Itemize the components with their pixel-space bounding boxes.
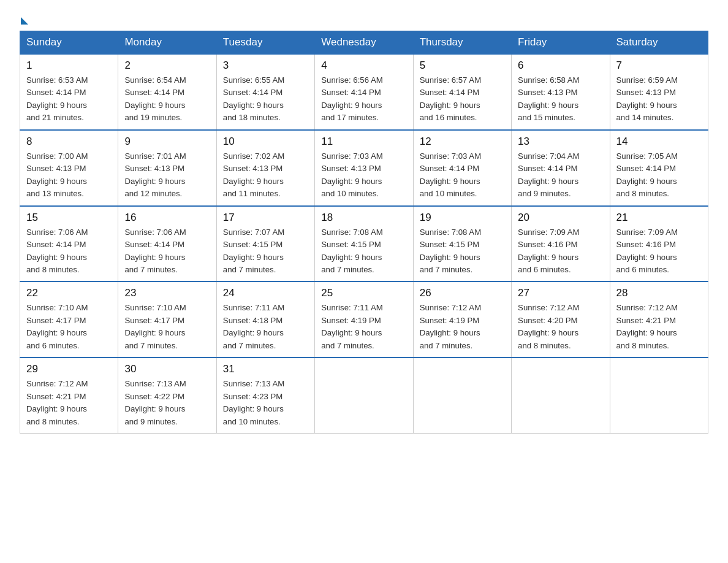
calendar-cell: 25Sunrise: 7:11 AMSunset: 4:19 PMDayligh…	[315, 282, 413, 358]
day-info: Sunrise: 7:10 AMSunset: 4:17 PMDaylight:…	[26, 302, 112, 352]
day-number: 13	[518, 136, 603, 148]
calendar-cell	[315, 358, 413, 433]
calendar-cell: 28Sunrise: 7:12 AMSunset: 4:21 PMDayligh…	[610, 282, 708, 358]
day-number: 8	[26, 136, 112, 148]
calendar-cell	[512, 358, 610, 433]
day-info: Sunrise: 7:03 AMSunset: 4:14 PMDaylight:…	[420, 150, 505, 201]
calendar-cell: 2Sunrise: 6:54 AMSunset: 4:14 PMDaylight…	[118, 54, 216, 130]
calendar-cell: 23Sunrise: 7:10 AMSunset: 4:17 PMDayligh…	[118, 282, 216, 358]
calendar-cell: 6Sunrise: 6:58 AMSunset: 4:13 PMDaylight…	[512, 54, 610, 130]
day-info: Sunrise: 7:04 AMSunset: 4:14 PMDaylight:…	[518, 150, 603, 201]
calendar-cell: 9Sunrise: 7:01 AMSunset: 4:13 PMDaylight…	[118, 130, 216, 206]
day-number: 24	[223, 287, 308, 299]
calendar-cell: 1Sunrise: 6:53 AMSunset: 4:14 PMDaylight…	[20, 54, 118, 130]
day-number: 20	[518, 212, 603, 224]
calendar-cell: 3Sunrise: 6:55 AMSunset: 4:14 PMDaylight…	[216, 54, 314, 130]
day-info: Sunrise: 6:57 AMSunset: 4:14 PMDaylight:…	[420, 74, 505, 124]
calendar-cell: 18Sunrise: 7:08 AMSunset: 4:15 PMDayligh…	[315, 206, 413, 282]
day-number: 15	[26, 212, 112, 224]
day-info: Sunrise: 7:00 AMSunset: 4:13 PMDaylight:…	[26, 150, 112, 201]
calendar-cell: 21Sunrise: 7:09 AMSunset: 4:16 PMDayligh…	[610, 206, 708, 282]
calendar-cell	[413, 358, 511, 433]
calendar-cell: 17Sunrise: 7:07 AMSunset: 4:15 PMDayligh…	[216, 206, 314, 282]
day-number: 5	[420, 59, 505, 72]
day-info: Sunrise: 7:08 AMSunset: 4:15 PMDaylight:…	[420, 226, 505, 277]
day-number: 16	[124, 212, 210, 224]
day-info: Sunrise: 7:12 AMSunset: 4:20 PMDaylight:…	[518, 302, 603, 352]
calendar-cell	[610, 358, 708, 433]
calendar-cell: 26Sunrise: 7:12 AMSunset: 4:19 PMDayligh…	[413, 282, 511, 358]
calendar-cell: 14Sunrise: 7:05 AMSunset: 4:14 PMDayligh…	[610, 130, 708, 206]
day-info: Sunrise: 7:11 AMSunset: 4:18 PMDaylight:…	[223, 302, 308, 352]
calendar-cell: 8Sunrise: 7:00 AMSunset: 4:13 PMDaylight…	[20, 130, 118, 206]
day-number: 6	[518, 59, 603, 72]
day-number: 9	[124, 136, 210, 148]
calendar-cell: 27Sunrise: 7:12 AMSunset: 4:20 PMDayligh…	[512, 282, 610, 358]
calendar-cell: 11Sunrise: 7:03 AMSunset: 4:13 PMDayligh…	[315, 130, 413, 206]
day-number: 10	[223, 136, 308, 148]
weekday-header-sunday: Sunday	[20, 31, 118, 55]
day-info: Sunrise: 7:07 AMSunset: 4:15 PMDaylight:…	[223, 226, 308, 277]
day-info: Sunrise: 6:55 AMSunset: 4:14 PMDaylight:…	[223, 74, 308, 124]
day-number: 12	[420, 136, 505, 148]
calendar-cell: 29Sunrise: 7:12 AMSunset: 4:21 PMDayligh…	[20, 358, 118, 433]
weekday-header-tuesday: Tuesday	[216, 31, 314, 55]
day-info: Sunrise: 7:06 AMSunset: 4:14 PMDaylight:…	[26, 226, 112, 277]
day-info: Sunrise: 7:02 AMSunset: 4:13 PMDaylight:…	[223, 150, 308, 201]
day-number: 2	[124, 59, 210, 72]
day-info: Sunrise: 7:10 AMSunset: 4:17 PMDaylight:…	[124, 302, 210, 352]
calendar-cell: 10Sunrise: 7:02 AMSunset: 4:13 PMDayligh…	[216, 130, 314, 206]
day-info: Sunrise: 7:08 AMSunset: 4:15 PMDaylight:…	[321, 226, 406, 277]
weekday-header-friday: Friday	[512, 31, 610, 55]
weekday-header-monday: Monday	[118, 31, 216, 55]
logo-triangle-icon	[21, 17, 28, 25]
day-number: 19	[420, 212, 505, 224]
day-info: Sunrise: 7:13 AMSunset: 4:22 PMDaylight:…	[124, 378, 210, 428]
day-number: 27	[518, 287, 603, 299]
day-number: 26	[420, 287, 505, 299]
calendar-cell: 16Sunrise: 7:06 AMSunset: 4:14 PMDayligh…	[118, 206, 216, 282]
weekday-header-saturday: Saturday	[610, 31, 708, 55]
day-info: Sunrise: 7:12 AMSunset: 4:21 PMDaylight:…	[26, 378, 112, 428]
calendar-cell: 30Sunrise: 7:13 AMSunset: 4:22 PMDayligh…	[118, 358, 216, 433]
weekday-header-wednesday: Wednesday	[315, 31, 413, 55]
calendar-cell: 20Sunrise: 7:09 AMSunset: 4:16 PMDayligh…	[512, 206, 610, 282]
calendar-cell: 15Sunrise: 7:06 AMSunset: 4:14 PMDayligh…	[20, 206, 118, 282]
day-info: Sunrise: 6:59 AMSunset: 4:13 PMDaylight:…	[616, 74, 702, 124]
calendar-header-row: SundayMondayTuesdayWednesdayThursdayFrid…	[20, 31, 708, 55]
page-header	[20, 15, 708, 22]
day-info: Sunrise: 7:11 AMSunset: 4:19 PMDaylight:…	[321, 302, 406, 352]
day-number: 25	[321, 287, 406, 299]
calendar-cell: 24Sunrise: 7:11 AMSunset: 4:18 PMDayligh…	[216, 282, 314, 358]
calendar-cell: 12Sunrise: 7:03 AMSunset: 4:14 PMDayligh…	[413, 130, 511, 206]
day-info: Sunrise: 6:53 AMSunset: 4:14 PMDaylight:…	[26, 74, 112, 124]
day-number: 30	[124, 363, 210, 375]
day-info: Sunrise: 6:54 AMSunset: 4:14 PMDaylight:…	[124, 74, 210, 124]
calendar-week-row: 8Sunrise: 7:00 AMSunset: 4:13 PMDaylight…	[20, 130, 708, 206]
day-number: 3	[223, 59, 308, 72]
day-number: 23	[124, 287, 210, 299]
day-info: Sunrise: 7:06 AMSunset: 4:14 PMDaylight:…	[124, 226, 210, 277]
day-info: Sunrise: 6:58 AMSunset: 4:13 PMDaylight:…	[518, 74, 603, 124]
day-info: Sunrise: 7:05 AMSunset: 4:14 PMDaylight:…	[616, 150, 702, 201]
calendar-cell: 5Sunrise: 6:57 AMSunset: 4:14 PMDaylight…	[413, 54, 511, 130]
day-number: 29	[26, 363, 112, 375]
day-number: 11	[321, 136, 406, 148]
calendar-cell: 31Sunrise: 7:13 AMSunset: 4:23 PMDayligh…	[216, 358, 314, 433]
day-info: Sunrise: 7:12 AMSunset: 4:21 PMDaylight:…	[616, 302, 702, 352]
day-number: 18	[321, 212, 406, 224]
weekday-header-thursday: Thursday	[413, 31, 511, 55]
calendar-cell: 13Sunrise: 7:04 AMSunset: 4:14 PMDayligh…	[512, 130, 610, 206]
day-number: 22	[26, 287, 112, 299]
day-number: 17	[223, 212, 308, 224]
day-number: 1	[26, 59, 112, 72]
day-info: Sunrise: 7:12 AMSunset: 4:19 PMDaylight:…	[420, 302, 505, 352]
calendar-week-row: 15Sunrise: 7:06 AMSunset: 4:14 PMDayligh…	[20, 206, 708, 282]
day-number: 21	[616, 212, 702, 224]
day-number: 28	[616, 287, 702, 299]
day-info: Sunrise: 7:03 AMSunset: 4:13 PMDaylight:…	[321, 150, 406, 201]
calendar-cell: 4Sunrise: 6:56 AMSunset: 4:14 PMDaylight…	[315, 54, 413, 130]
day-info: Sunrise: 7:13 AMSunset: 4:23 PMDaylight:…	[223, 378, 308, 428]
calendar-table: SundayMondayTuesdayWednesdayThursdayFrid…	[20, 31, 708, 434]
calendar-cell: 22Sunrise: 7:10 AMSunset: 4:17 PMDayligh…	[20, 282, 118, 358]
